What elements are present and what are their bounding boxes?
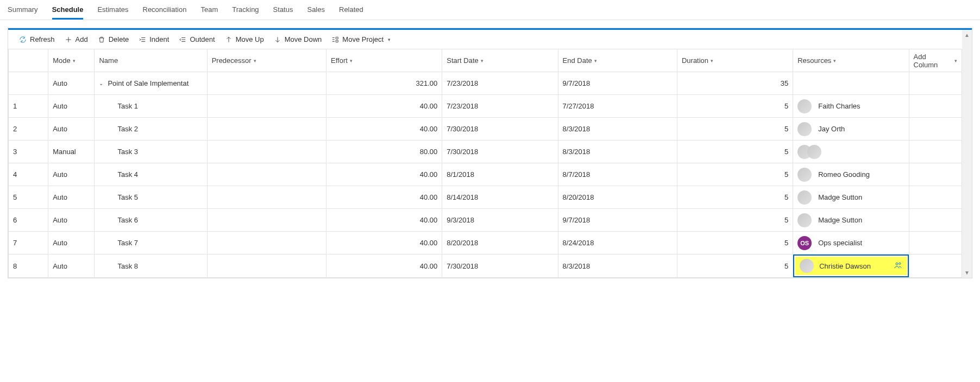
cell-duration[interactable]: 5: [677, 254, 793, 278]
cell-resources[interactable]: Romeo Gooding: [793, 163, 909, 186]
resource-cell[interactable]: Faith Charles: [797, 95, 904, 117]
cell-end[interactable]: 7/27/2018: [558, 95, 677, 118]
resource-selected[interactable]: Christie Dawson: [793, 254, 908, 277]
cell-predecessor[interactable]: [207, 232, 326, 254]
tab-reconciliation[interactable]: Reconciliation: [143, 0, 187, 20]
cell-resources[interactable]: [793, 141, 909, 163]
cell-effort[interactable]: 40.00: [326, 163, 442, 186]
cell-predecessor[interactable]: [207, 118, 326, 141]
move-down-button[interactable]: Move Down: [274, 35, 322, 43]
cell-resources[interactable]: Jay Orth: [793, 118, 909, 141]
cell-duration[interactable]: 5: [677, 118, 793, 141]
cell-start[interactable]: 8/1/2018: [442, 163, 558, 186]
cell-effort[interactable]: 321.00: [326, 72, 442, 95]
cell-end[interactable]: 8/20/2018: [558, 186, 677, 209]
scroll-down-icon[interactable]: ▼: [964, 270, 970, 276]
cell-duration[interactable]: 5: [677, 163, 793, 186]
cell-resources[interactable]: OSOps specialist: [793, 232, 909, 254]
cell-add[interactable]: [909, 209, 962, 232]
cell-mode[interactable]: Auto: [48, 254, 95, 278]
scroll-up-icon[interactable]: ▲: [964, 32, 970, 38]
cell-effort[interactable]: 40.00: [326, 232, 442, 254]
resource-cell[interactable]: Madge Sutton: [797, 209, 904, 231]
cell-end[interactable]: 9/7/2018: [558, 209, 677, 232]
table-row[interactable]: 8AutoTask 840.007/30/20188/3/20185Christ…: [9, 254, 962, 278]
resource-cell[interactable]: OSOps specialist: [797, 232, 904, 254]
cell-duration[interactable]: 5: [677, 95, 793, 118]
cell-mode[interactable]: Auto: [48, 209, 95, 232]
cell-effort[interactable]: 80.00: [326, 141, 442, 163]
delete-button[interactable]: Delete: [98, 35, 129, 43]
cell-start[interactable]: 7/30/2018: [442, 118, 558, 141]
vertical-scrollbar[interactable]: ▲ ▼: [962, 30, 972, 278]
cell-end[interactable]: 8/7/2018: [558, 163, 677, 186]
resource-cell[interactable]: Jay Orth: [797, 118, 904, 140]
cell-start[interactable]: 7/23/2018: [442, 72, 558, 95]
table-row[interactable]: 2AutoTask 240.007/30/20188/3/20185Jay Or…: [9, 118, 962, 141]
cell-duration[interactable]: 35: [677, 72, 793, 95]
cell-resources[interactable]: Madge Sutton: [793, 186, 909, 209]
cell-end[interactable]: 8/24/2018: [558, 232, 677, 254]
resource-cell[interactable]: Romeo Gooding: [797, 163, 904, 186]
move-project-button[interactable]: Move Project ▾: [331, 35, 391, 43]
header-resources[interactable]: Resources▾: [793, 49, 909, 72]
table-row[interactable]: 1AutoTask 140.007/23/20187/27/20185Faith…: [9, 95, 962, 118]
chevron-down-icon[interactable]: ⌄: [99, 80, 103, 86]
cell-name[interactable]: Task 7: [95, 232, 207, 254]
header-duration[interactable]: Duration▾: [677, 49, 793, 72]
cell-add[interactable]: [909, 254, 962, 278]
cell-name[interactable]: ⌄Point of Sale Implementat: [95, 72, 207, 95]
cell-start[interactable]: 8/20/2018: [442, 232, 558, 254]
cell-predecessor[interactable]: [207, 72, 326, 95]
tab-tracking[interactable]: Tracking: [232, 0, 259, 20]
refresh-button[interactable]: Refresh: [19, 35, 55, 43]
cell-start[interactable]: 7/30/2018: [442, 254, 558, 278]
cell-effort[interactable]: 40.00: [326, 118, 442, 141]
cell-start[interactable]: 7/23/2018: [442, 95, 558, 118]
cell-predecessor[interactable]: [207, 141, 326, 163]
tab-schedule[interactable]: Schedule: [52, 0, 84, 20]
cell-add[interactable]: [909, 163, 962, 186]
cell-effort[interactable]: 40.00: [326, 186, 442, 209]
cell-name[interactable]: Task 4: [95, 163, 207, 186]
cell-resources[interactable]: Faith Charles: [793, 95, 909, 118]
cell-mode[interactable]: Auto: [48, 72, 95, 95]
header-name[interactable]: Name: [95, 49, 207, 72]
tab-summary[interactable]: Summary: [8, 0, 38, 20]
cell-name[interactable]: Task 5: [95, 186, 207, 209]
cell-name[interactable]: Task 8: [95, 254, 207, 278]
tab-team[interactable]: Team: [200, 0, 218, 20]
cell-mode[interactable]: Auto: [48, 118, 95, 141]
cell-start[interactable]: 8/14/2018: [442, 186, 558, 209]
cell-mode[interactable]: Auto: [48, 95, 95, 118]
table-row[interactable]: 6AutoTask 640.009/3/20189/7/20185Madge S…: [9, 209, 962, 232]
cell-resources[interactable]: Madge Sutton: [793, 209, 909, 232]
cell-resources[interactable]: [793, 72, 909, 95]
cell-end[interactable]: 8/3/2018: [558, 118, 677, 141]
tab-sales[interactable]: Sales: [307, 0, 325, 20]
cell-add[interactable]: [909, 95, 962, 118]
cell-end[interactable]: 8/3/2018: [558, 254, 677, 278]
cell-predecessor[interactable]: [207, 254, 326, 278]
cell-predecessor[interactable]: [207, 163, 326, 186]
cell-end[interactable]: 9/7/2018: [558, 72, 677, 95]
people-picker-icon[interactable]: [894, 261, 902, 271]
table-row[interactable]: 7AutoTask 740.008/20/20188/24/20185OSOps…: [9, 232, 962, 254]
header-effort[interactable]: Effort▾: [326, 49, 442, 72]
cell-effort[interactable]: 40.00: [326, 95, 442, 118]
cell-effort[interactable]: 40.00: [326, 209, 442, 232]
cell-add[interactable]: [909, 72, 962, 95]
table-row[interactable]: 4AutoTask 440.008/1/20188/7/20185Romeo G…: [9, 163, 962, 186]
outdent-button[interactable]: Outdent: [179, 35, 215, 43]
cell-name[interactable]: Task 6: [95, 209, 207, 232]
cell-name[interactable]: Task 2: [95, 118, 207, 141]
header-predecessor[interactable]: Predecessor▾: [207, 49, 326, 72]
table-row[interactable]: 3ManualTask 380.007/30/20188/3/20185: [9, 141, 962, 163]
table-row[interactable]: 5AutoTask 540.008/14/20188/20/20185Madge…: [9, 186, 962, 209]
add-button[interactable]: Add: [65, 35, 88, 43]
indent-button[interactable]: Indent: [139, 35, 169, 43]
tab-related[interactable]: Related: [339, 0, 363, 20]
cell-predecessor[interactable]: [207, 209, 326, 232]
cell-start[interactable]: 7/30/2018: [442, 141, 558, 163]
cell-mode[interactable]: Auto: [48, 186, 95, 209]
